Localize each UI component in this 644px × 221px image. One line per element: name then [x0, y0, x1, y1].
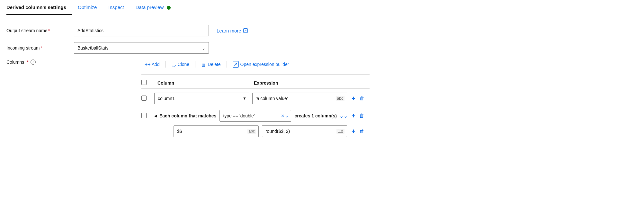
each-checkbox-cell [141, 113, 154, 119]
output-stream-label: Output stream name* [6, 28, 74, 33]
toolbar-separator-3 [227, 61, 227, 68]
trash-icon: 🗑 [359, 96, 364, 101]
columns-content: + + Add ◡ Clone 🗑 Delete ↗ [141, 60, 370, 139]
each-col-delete-button[interactable]: 🗑 [358, 113, 366, 119]
chevron-down-icon: ⌄ [202, 46, 205, 51]
trash-icon: 🗑 [359, 113, 364, 118]
row1-delete-button[interactable]: 🗑 [358, 95, 366, 102]
tab-bar: Derived column's settings Optimize Inspe… [0, 0, 644, 15]
pattern-input[interactable] [219, 110, 291, 122]
toolbar-separator-2 [195, 61, 195, 68]
row1-add-button[interactable]: + [350, 95, 357, 102]
tab-inspect-label: Inspect [108, 5, 124, 10]
incoming-stream-row: Incoming stream* BasketballStats ⌄ [6, 42, 638, 54]
tab-optimize[interactable]: Optimize [72, 0, 103, 15]
clone-icon: ◡ [172, 61, 176, 68]
content-area: Output stream name* Learn more ↗ Incomin… [0, 15, 644, 145]
collapse-triangle-icon[interactable]: ◀ [154, 114, 157, 118]
add-icon: + [145, 61, 148, 67]
each-column-label: Each column that matches [159, 113, 216, 118]
sub-expression-wrapper: 1.2 [262, 125, 347, 137]
incoming-stream-select[interactable]: BasketballStats ⌄ [74, 42, 209, 54]
tab-preview-label: Data preview [136, 5, 164, 10]
sub-add-button[interactable]: + [350, 127, 357, 135]
row1-column-wrapper: ▼ [154, 93, 249, 104]
row1-checkbox-cell [141, 96, 154, 102]
column-header: Column [154, 80, 251, 86]
learn-more-link[interactable]: Learn more ↗ [217, 28, 248, 33]
preview-status-indicator [167, 6, 171, 10]
header-checkbox[interactable] [141, 80, 147, 85]
each-col-add-button[interactable]: + [350, 112, 357, 120]
row1-checkbox[interactable] [141, 96, 147, 101]
info-icon[interactable]: i [31, 60, 36, 65]
pattern-input-wrapper: ✕ ⌄ [219, 110, 291, 122]
output-stream-input[interactable] [74, 25, 209, 36]
clone-label: Clone [178, 62, 190, 67]
expand-chevron-icon[interactable]: ⌄⌄ [339, 113, 348, 119]
incoming-stream-label: Incoming stream* [6, 45, 74, 51]
add-button[interactable]: + + Add [141, 60, 163, 69]
each-col-label: ◀ Each column that matches [154, 113, 216, 118]
creates-label: creates 1 column(s) [294, 113, 337, 118]
each-column-row: ◀ Each column that matches ✕ ⌄ creates 1… [141, 108, 370, 124]
columns-label: Columns* i [6, 60, 74, 65]
tab-optimize-label: Optimize [78, 5, 97, 10]
row1-expression-wrapper: abc [252, 93, 347, 104]
expression-builder-button[interactable]: ↗ Open expression builder [229, 60, 292, 69]
expression-header: Expression [251, 80, 347, 86]
tab-preview[interactable]: Data preview [130, 0, 177, 15]
each-col-actions: + 🗑 [350, 112, 370, 120]
header-checkbox-cell [141, 80, 154, 86]
toolbar-separator-1 [165, 61, 166, 68]
sub-delete-button[interactable]: 🗑 [358, 128, 366, 134]
sub-column-wrapper: abc [174, 125, 259, 137]
columns-section: Columns* i + + Add ◡ Clone [6, 60, 638, 139]
sub-column-input[interactable] [174, 125, 259, 137]
table-row: ▼ abc + 🗑 [141, 91, 370, 106]
table-header-divider-top [141, 74, 370, 75]
each-checkbox[interactable] [141, 113, 147, 118]
plus-icon: + [352, 95, 355, 102]
delete-icon: 🗑 [201, 62, 206, 67]
pattern-clear-icon[interactable]: ✕ ⌄ [281, 114, 289, 118]
row1-expression-input[interactable] [252, 93, 347, 104]
sub-expression-input[interactable] [262, 125, 347, 137]
tab-settings[interactable]: Derived column's settings [6, 0, 72, 15]
expression-builder-icon: ↗ [233, 61, 239, 68]
incoming-stream-value: BasketballStats [77, 45, 109, 51]
external-link-icon: ↗ [243, 28, 248, 33]
delete-button[interactable]: 🗑 Delete [198, 60, 224, 69]
delete-label: Delete [208, 62, 220, 67]
sub-row-actions: + 🗑 [350, 127, 370, 135]
sub-row: abc 1.2 + 🗑 [141, 124, 370, 139]
columns-toolbar: + + Add ◡ Clone 🗑 Delete ↗ [141, 60, 370, 69]
plus-icon: + [352, 128, 355, 134]
row1-column-input[interactable] [154, 93, 249, 104]
trash-icon: 🗑 [359, 129, 364, 134]
output-stream-row: Output stream name* Learn more ↗ [6, 25, 638, 36]
add-label: + Add [148, 62, 159, 67]
expression-builder-label: Open expression builder [240, 62, 289, 67]
clone-button[interactable]: ◡ Clone [168, 60, 193, 69]
tab-inspect[interactable]: Inspect [103, 0, 130, 15]
plus-icon: + [352, 113, 355, 119]
tab-settings-label: Derived column's settings [6, 5, 66, 10]
row1-actions: + 🗑 [350, 95, 370, 102]
table-header-row: Column Expression [141, 77, 370, 89]
learn-more-label: Learn more [217, 28, 241, 33]
